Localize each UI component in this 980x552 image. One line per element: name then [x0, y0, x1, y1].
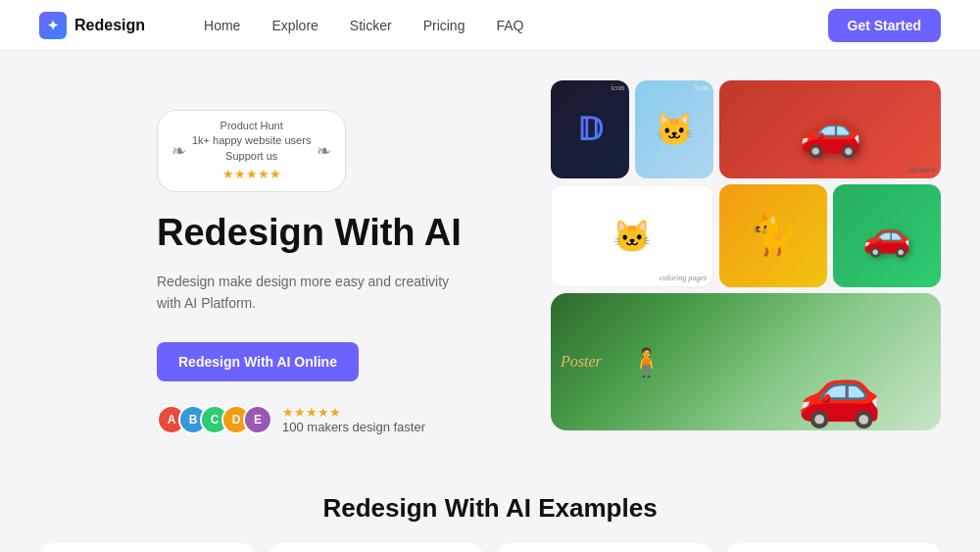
image-grid: 𝔻 icon 🐱 Icon 🚗 stickers 🐱 coloring page… [551, 80, 941, 430]
drawing-cat: 🐱 [612, 218, 652, 255]
hero-img-green-car: 🚗 [833, 184, 941, 287]
poster-car-emoji: 🚗 [797, 350, 882, 430]
hero-img-poster: 🚗 🧍 Poster [551, 293, 941, 430]
nav-links: Home Explore Sticker Pricing FAQ [204, 18, 523, 33]
red-car-emoji: 🚗 [799, 100, 862, 160]
nav-pricing[interactable]: Pricing [423, 18, 466, 33]
coloring-label: coloring pages [660, 274, 707, 282]
hero-img-cat-icon: 🐱 Icon [635, 80, 713, 178]
icon-label-cat: Icon [695, 83, 709, 92]
nav-cta-area: Get Started [828, 9, 941, 42]
hero-section: ❧ Product Hunt 1k+ happy website users S… [0, 51, 980, 464]
navbar: ✦ Redesign Home Explore Sticker Pricing … [0, 0, 980, 51]
laurel-left-icon: ❧ [172, 140, 186, 162]
d-letter: 𝔻 [577, 111, 603, 148]
examples-title: Redesign With AI Examples [39, 493, 941, 524]
hero-img-red-car: 🚗 stickers [719, 80, 941, 178]
nav-logo[interactable]: ✦ Redesign [39, 12, 145, 39]
examples-grid: Redesign ICON With AI 🦝 Redesign Logo Wi… [39, 543, 941, 552]
example-card-stickers: Redesign Stickers With AI 🎄 🦌 🎅 ⛄ [497, 543, 712, 552]
poster-label-text: Poster [561, 353, 602, 371]
hero-subtitle: Redesign make design more easy and creat… [157, 271, 451, 315]
example-card-icon: Redesign ICON With AI 🦝 [39, 543, 255, 552]
cat-icon: 🐱 [655, 111, 694, 148]
icon-label-text: icon [611, 83, 624, 92]
avatar-group: A B C D E [157, 405, 272, 434]
example-card-logo: Redesign Logo With AI [269, 543, 484, 552]
ph-support: Support us [192, 149, 311, 164]
avatar-5: E [243, 405, 272, 434]
example-card-more: Redesign More With AI more designs comin… [726, 543, 942, 552]
laurel-right-icon: ❧ [317, 140, 331, 162]
hero-title: Redesign With AI [157, 212, 490, 255]
ph-users: 1k+ happy website users [192, 133, 311, 148]
product-hunt-badge: ❧ Product Hunt 1k+ happy website users S… [157, 110, 346, 192]
nav-faq[interactable]: FAQ [496, 18, 523, 33]
nav-explore[interactable]: Explore [271, 18, 318, 33]
social-text-block: ★★★★★ 100 makers design faster [282, 405, 425, 434]
logo-icon: ✦ [39, 12, 67, 39]
ph-platform: Product Hunt [192, 119, 311, 133]
poster-person-emoji: 🧍 [629, 346, 663, 378]
hero-img-drawing-cat: 🐱 coloring pages [551, 184, 713, 287]
ph-text: Product Hunt 1k+ happy website users Sup… [192, 119, 311, 183]
hero-left: ❧ Product Hunt 1k+ happy website users S… [157, 90, 490, 434]
get-started-button[interactable]: Get Started [828, 9, 941, 42]
orange-cat-emoji: 🐈 [749, 213, 798, 259]
social-count-label: 100 makers design faster [282, 420, 425, 434]
logo-text: Redesign [74, 17, 145, 34]
stickers-label: stickers [908, 165, 936, 175]
ph-stars: ★★★★★ [192, 166, 311, 183]
hero-image-collage: 𝔻 icon 🐱 Icon 🚗 stickers 🐱 coloring page… [490, 90, 941, 430]
hero-cta-button[interactable]: Redesign With AI Online [157, 342, 359, 381]
social-stars: ★★★★★ [282, 405, 425, 420]
nav-home[interactable]: Home [204, 18, 240, 33]
nav-sticker[interactable]: Sticker [350, 18, 392, 33]
hero-social-proof: A B C D E ★★★★★ 100 makers design faster [157, 405, 490, 434]
green-car-emoji: 🚗 [862, 213, 911, 259]
hero-img-d-letter: 𝔻 icon [551, 80, 629, 178]
examples-section: Redesign With AI Examples Redesign ICON … [0, 464, 980, 552]
hero-img-orange-cat: 🐈 [719, 184, 827, 287]
